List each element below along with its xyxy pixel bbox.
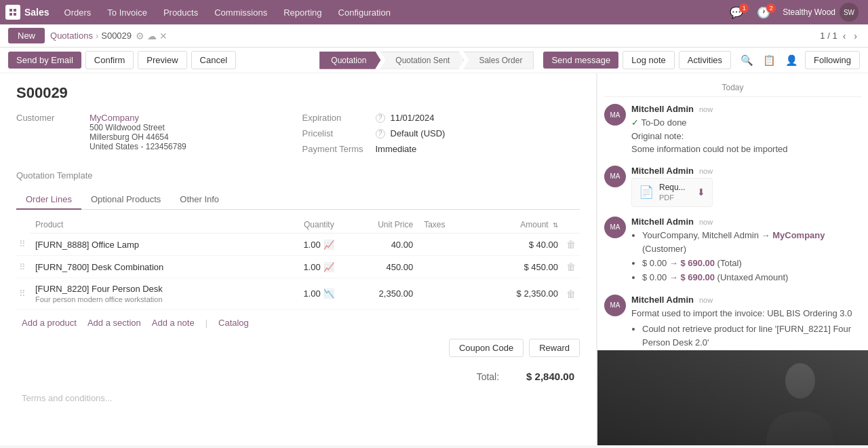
user-menu[interactable]: Stealthy Wood SW <box>778 3 863 22</box>
delete-row-button[interactable]: 🗑 <box>566 261 576 272</box>
pagination-prev[interactable]: ‹ <box>840 29 849 43</box>
tab-order-lines[interactable]: Order Lines <box>16 190 81 210</box>
unit-price-cell[interactable]: 450.00 <box>340 256 419 278</box>
msg-text: Format used to import the invoice: UBL B… <box>631 307 861 350</box>
breadcrumb-separator: › <box>96 31 98 41</box>
product-cell[interactable]: [FURN_8220] Four Person Desk Four person… <box>30 278 269 310</box>
nav-item-configuration[interactable]: Configuration <box>332 5 397 20</box>
payment-terms-value[interactable]: Immediate <box>376 144 417 154</box>
status-step-sent[interactable]: Quotation Sent <box>380 52 464 69</box>
add-product-link[interactable]: Add a product <box>22 318 77 328</box>
search-icon[interactable]: 🔍 <box>738 53 756 68</box>
msg-time: now <box>699 105 713 113</box>
nav-item-commissions[interactable]: Commissions <box>208 5 274 20</box>
chart-icon-red[interactable]: 📉 <box>323 288 334 299</box>
product-cell[interactable]: [FURN_8888] Office Lamp <box>30 234 269 256</box>
confirm-button[interactable]: Confirm <box>85 51 134 69</box>
amount-cell: $ 2,350.00 <box>473 278 564 310</box>
pricelist-value[interactable]: Default (USD) <box>391 128 446 138</box>
send-email-button[interactable]: Send by Email <box>8 52 81 69</box>
quantity-value[interactable]: 1.00 <box>303 288 320 299</box>
help-icon-expiration[interactable]: ? <box>376 113 385 123</box>
user-icon[interactable]: 👤 <box>783 53 801 68</box>
activity-button[interactable]: 🕐 2 <box>751 5 776 20</box>
chart-icon-green[interactable]: 📈 <box>323 240 334 250</box>
preview-button[interactable]: Preview <box>138 51 186 69</box>
total-label: Total: <box>477 371 499 382</box>
drag-handle[interactable]: ⠿ <box>16 278 30 310</box>
status-step-order[interactable]: Sales Order <box>463 52 534 69</box>
following-button[interactable]: Following <box>805 51 860 69</box>
taxes-cell[interactable] <box>418 234 473 256</box>
messages-button[interactable]: 💬 1 <box>724 5 749 20</box>
add-note-link[interactable]: Add a note <box>152 318 195 328</box>
nav-item-reporting[interactable]: Reporting <box>277 5 328 20</box>
pagination-next[interactable]: › <box>851 29 860 43</box>
today-label: Today <box>604 79 861 97</box>
chart-icon-green[interactable]: 📈 <box>323 262 334 272</box>
drag-handle[interactable]: ⠿ <box>16 234 30 256</box>
product-cell[interactable]: [FURN_7800] Desk Combination <box>30 256 269 278</box>
form-grid: Customer MyCompany 500 Wildwood Street M… <box>16 113 580 160</box>
help-icon-pricelist[interactable]: ? <box>376 129 385 138</box>
messages-badge: 1 <box>739 3 749 13</box>
amount-sort-icon[interactable]: ⇅ <box>553 221 558 229</box>
col-taxes: Taxes <box>418 217 473 234</box>
coupon-code-button[interactable]: Coupon Code <box>449 339 524 357</box>
col-amount: Amount ⇅ <box>473 217 564 234</box>
new-button[interactable]: New <box>8 28 45 43</box>
delete-row-button[interactable]: 🗑 <box>566 288 576 299</box>
taxes-cell[interactable] <box>418 278 473 310</box>
attachment[interactable]: 📄 Requ... PDF ⬇ <box>631 178 713 207</box>
breadcrumb-parent[interactable]: Quotations <box>50 31 93 41</box>
nav-item-to-invoice[interactable]: To Invoice <box>100 5 154 20</box>
left-panel: S00029 Customer MyCompany 500 Wildwood S… <box>0 73 597 445</box>
cancel-button[interactable]: Cancel <box>191 51 236 69</box>
quantity-cell: 1.00 📉 <box>269 278 340 310</box>
cloud-icon[interactable]: ☁ <box>147 31 157 41</box>
tab-optional-products[interactable]: Optional Products <box>81 190 170 210</box>
delete-row-button[interactable]: 🗑 <box>566 239 576 250</box>
msg-text: YourCompany, Mitchell Admin → MyCompany … <box>631 229 861 285</box>
unit-price-cell[interactable]: 40.00 <box>340 234 419 256</box>
msg-body: Mitchell Admin now 📄 Requ... PDF ⬇ <box>631 166 713 207</box>
address-book-icon[interactable]: 📋 <box>760 53 778 68</box>
col-product: Product <box>30 217 269 234</box>
add-links-row: Add a product Add a section Add a note |… <box>16 312 580 333</box>
user-name: Stealthy Wood <box>783 7 835 17</box>
expiration-value[interactable]: 11/01/2024 <box>391 113 435 123</box>
delete-cell[interactable]: 🗑 <box>564 278 580 310</box>
settings-icon[interactable]: ⚙ <box>136 31 144 41</box>
quantity-cell: 1.00 📈 <box>269 234 340 256</box>
tab-other-info[interactable]: Other Info <box>170 190 229 210</box>
close-icon[interactable]: ✕ <box>159 31 167 41</box>
delete-cell[interactable]: 🗑 <box>564 256 580 278</box>
status-step-quotation[interactable]: Quotation <box>319 52 380 69</box>
msg-time: now <box>699 296 713 304</box>
log-note-button[interactable]: Log note <box>623 51 675 69</box>
unit-price-cell[interactable]: 2,350.00 <box>340 278 419 310</box>
msg-body: Mitchell Admin now Format used to import… <box>631 295 861 350</box>
catalog-link[interactable]: Catalog <box>218 318 249 328</box>
download-icon[interactable]: ⬇ <box>697 187 705 198</box>
drag-handle[interactable]: ⠿ <box>16 256 30 278</box>
nav-item-products[interactable]: Products <box>157 5 205 20</box>
customer-name[interactable]: MyCompany <box>90 113 186 123</box>
table-row: ⠿ [FURN_8220] Four Person Desk Four pers… <box>16 278 580 310</box>
msg-avatar: MA <box>604 217 626 238</box>
terms-placeholder[interactable]: Terms and conditions... <box>16 385 580 411</box>
taxes-cell[interactable] <box>418 256 473 278</box>
pricelist-field: Pricelist ? Default (USD) <box>302 128 580 138</box>
col-unit-price: Unit Price <box>340 217 419 234</box>
activities-button[interactable]: Activities <box>679 51 731 69</box>
nav-item-orders[interactable]: Orders <box>58 5 98 20</box>
msg-avatar: MA <box>604 166 626 187</box>
app-logo[interactable]: Sales <box>5 5 50 20</box>
pagination-text: 1 / 1 <box>820 31 837 41</box>
add-section-link[interactable]: Add a section <box>87 318 141 328</box>
delete-cell[interactable]: 🗑 <box>564 234 580 256</box>
reward-button[interactable]: Reward <box>529 339 580 357</box>
quantity-value[interactable]: 1.00 <box>303 240 320 250</box>
quantity-value[interactable]: 1.00 <box>303 262 320 272</box>
send-message-button[interactable]: Send message <box>543 52 618 69</box>
